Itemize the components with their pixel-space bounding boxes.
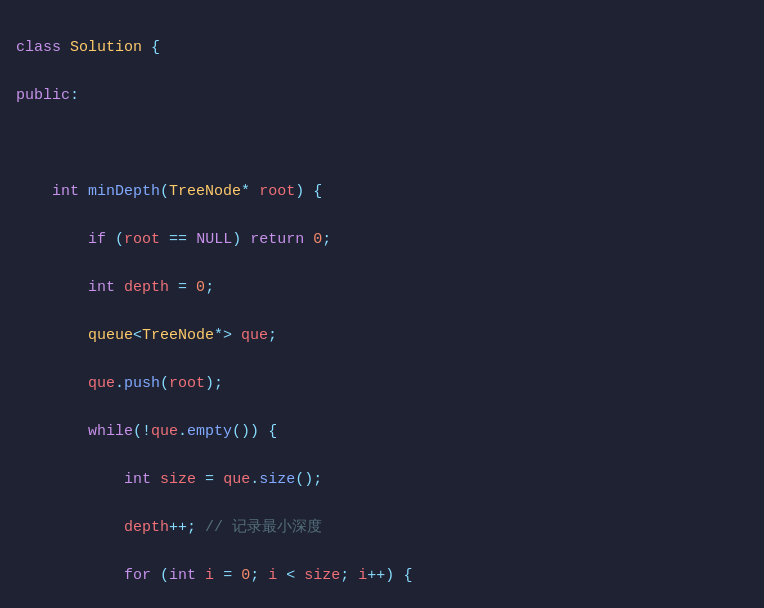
line-10: int size = que.size(); bbox=[16, 468, 748, 492]
line-4: int minDepth(TreeNode* root) { bbox=[16, 180, 748, 204]
line-8: que.push(root); bbox=[16, 372, 748, 396]
line-12: for (int i = 0; i < size; i++) { bbox=[16, 564, 748, 588]
line-3 bbox=[16, 132, 748, 156]
line-2: public: bbox=[16, 84, 748, 108]
code-editor: class Solution { public: int minDepth(Tr… bbox=[16, 12, 748, 608]
line-1: class Solution { bbox=[16, 36, 748, 60]
line-6: int depth = 0; bbox=[16, 276, 748, 300]
line-7: queue<TreeNode*> que; bbox=[16, 324, 748, 348]
line-9: while(!que.empty()) { bbox=[16, 420, 748, 444]
line-5: if (root == NULL) return 0; bbox=[16, 228, 748, 252]
line-11: depth++; // 记录最小深度 bbox=[16, 516, 748, 540]
